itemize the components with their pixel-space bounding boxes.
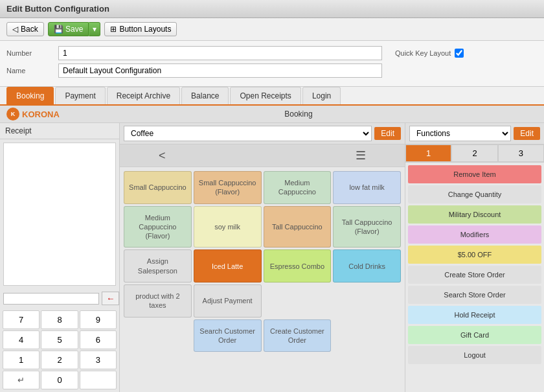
tabs-bar: Booking Payment Receipt Archive Balance … (0, 87, 544, 106)
name-input[interactable] (58, 63, 382, 78)
numpad-7[interactable]: 7 (3, 310, 40, 329)
booking-panel: Coffee Edit < ☰ Small Cappuccino Small C… (120, 123, 405, 392)
number-row: Number Quick Key Layout (6, 46, 538, 60)
grid-btn-medium-cappuccino-flavor[interactable]: Medium Cappuccino (Flavor) (124, 206, 192, 248)
numpad-empty (80, 371, 117, 389)
back-icon: ◁ (12, 25, 18, 34)
korona-logo-icon: K (6, 108, 19, 121)
grid-btn-adjust-payment[interactable]: Adjust Payment (194, 284, 262, 317)
numpad: 7 8 9 4 5 6 1 2 3 ↵ 0 (0, 308, 119, 392)
grid-btn-soy-milk[interactable]: soy milk (194, 206, 262, 248)
receipt-panel: Receipt ← 7 8 9 4 5 6 1 2 3 ↵ 0 (0, 123, 120, 392)
receipt-input[interactable] (3, 293, 99, 305)
toolbar: ◁ Back 💾 Save ▾ ⊞ Button Layouts (0, 18, 544, 41)
booking-button-grid: Small Cappuccino Small Cappuccino (Flavo… (120, 167, 405, 392)
func-btn-modifiers[interactable]: Modifiers (408, 225, 541, 244)
grid-btn-product-2-taxes[interactable]: product with 2 taxes (124, 284, 192, 317)
func-btn-logout[interactable]: Logout (408, 346, 541, 364)
grid-btn-empty-2 (333, 284, 401, 317)
backspace-button[interactable]: ← (102, 292, 119, 305)
func-btn-create-store-order[interactable]: Create Store Order (408, 266, 541, 284)
grid-btn-small-cappuccino-flavor[interactable]: Small Cappuccino (Flavor) (194, 171, 262, 204)
grid-btn-create-customer-order[interactable]: Create Customer Order (264, 319, 332, 352)
grid-btn-empty-4 (333, 319, 401, 352)
func-btn-hold-receipt[interactable]: Hold Receipt (408, 306, 541, 324)
grid-btn-espresso-combo[interactable]: Espresso Combo (264, 249, 332, 282)
func-tab-3[interactable]: 3 (498, 144, 544, 162)
grid-btn-empty-3 (124, 319, 192, 352)
grid-btn-empty-1 (264, 284, 332, 317)
booking-toolbar: Coffee Edit (120, 123, 405, 144)
layouts-icon: ⊞ (110, 25, 117, 34)
save-dropdown-button[interactable]: ▾ (89, 22, 100, 36)
back-button[interactable]: ◁ Back (6, 22, 44, 36)
korona-logo: K KORONA (6, 108, 60, 121)
functions-tabs: 1 2 3 (405, 144, 544, 163)
booking-edit-button[interactable]: Edit (374, 127, 401, 140)
save-group: 💾 Save ▾ (48, 22, 101, 36)
receipt-body (3, 143, 116, 286)
number-input[interactable] (58, 46, 382, 60)
functions-edit-button[interactable]: Edit (514, 127, 540, 140)
functions-toolbar: Functions Edit (405, 123, 544, 144)
func-btn-change-quantity[interactable]: Change Quantity (408, 185, 541, 203)
quick-key-label: Quick Key Layout (395, 49, 451, 57)
korona-text: KORONA (22, 110, 60, 119)
booking-label: Booking (60, 110, 538, 119)
tab-receipt-archive[interactable]: Receipt Archive (107, 87, 180, 104)
receipt-input-row: ← (0, 289, 119, 308)
grid-btn-small-cappuccino[interactable]: Small Cappuccino (124, 171, 192, 204)
grid-btn-medium-cappuccino[interactable]: Medium Cappuccino (264, 171, 332, 204)
booking-nav: < ☰ (120, 144, 405, 167)
tab-booking[interactable]: Booking (6, 87, 54, 104)
button-layouts-button[interactable]: ⊞ Button Layouts (104, 22, 177, 36)
numpad-2[interactable]: 2 (41, 351, 78, 369)
tab-login[interactable]: Login (302, 87, 341, 104)
grid-btn-low-fat-milk[interactable]: low fat milk (333, 171, 401, 204)
number-label: Number (6, 49, 58, 57)
nav-menu-icon[interactable]: ☰ (356, 148, 366, 163)
numpad-1[interactable]: 1 (3, 351, 40, 369)
name-label: Name (6, 67, 58, 75)
name-row: Name (6, 63, 538, 78)
tab-payment[interactable]: Payment (55, 87, 105, 104)
tab-open-receipts[interactable]: Open Receipts (230, 87, 300, 104)
save-button[interactable]: 💾 Save (48, 22, 89, 36)
functions-list: Remove Item Change Quantity Military Dis… (405, 163, 544, 392)
nav-back-arrow[interactable]: < (159, 149, 166, 163)
quick-key-checkbox[interactable] (455, 49, 464, 58)
title-text: Edit Button Configuration (6, 4, 109, 14)
func-btn-gift-card[interactable]: Gift Card (408, 326, 541, 344)
form-area: Number Quick Key Layout Name (0, 41, 544, 87)
numpad-3[interactable]: 3 (80, 351, 117, 369)
numpad-5[interactable]: 5 (41, 330, 78, 349)
grid-btn-cold-drinks[interactable]: Cold Drinks (333, 249, 401, 282)
grid-btn-tall-cappuccino[interactable]: Tall Cappuccino (264, 206, 332, 248)
numpad-4[interactable]: 4 (3, 330, 40, 349)
func-tab-2[interactable]: 2 (451, 144, 497, 162)
numpad-8[interactable]: 8 (41, 310, 78, 329)
sub-header: K KORONA Booking (0, 106, 544, 123)
functions-panel: Functions Edit 1 2 3 Remove Item Change … (405, 123, 544, 392)
content-row: Receipt ← 7 8 9 4 5 6 1 2 3 ↵ 0 (0, 123, 544, 392)
func-btn-military-discount[interactable]: Military Discount (408, 205, 541, 224)
grid-btn-tall-cappuccino-flavor[interactable]: Tall Cappuccino (Flavor) (333, 206, 401, 248)
numpad-enter[interactable]: ↵ (3, 371, 40, 389)
grid-btn-iced-latte[interactable]: Iced Latte (194, 249, 262, 282)
func-tab-1[interactable]: 1 (405, 144, 451, 162)
quick-key-area: Quick Key Layout (395, 49, 464, 58)
numpad-0[interactable]: 0 (41, 371, 78, 389)
grid-btn-search-customer-order[interactable]: Search Customer Order (194, 319, 262, 352)
functions-dropdown[interactable]: Functions (409, 126, 511, 141)
numpad-9[interactable]: 9 (80, 310, 117, 329)
func-btn-remove-item[interactable]: Remove Item (408, 165, 541, 183)
numpad-6[interactable]: 6 (80, 330, 117, 349)
tab-balance[interactable]: Balance (181, 87, 229, 104)
receipt-header: Receipt (0, 123, 119, 139)
title-bar: Edit Button Configuration (0, 0, 544, 18)
save-icon: 💾 (54, 25, 63, 34)
booking-dropdown[interactable]: Coffee (124, 126, 372, 141)
func-btn-5-off[interactable]: $5.00 OFF (408, 246, 541, 264)
func-btn-search-store-order[interactable]: Search Store Order (408, 286, 541, 304)
grid-btn-assign-salesperson[interactable]: Assign Salesperson (124, 249, 192, 282)
